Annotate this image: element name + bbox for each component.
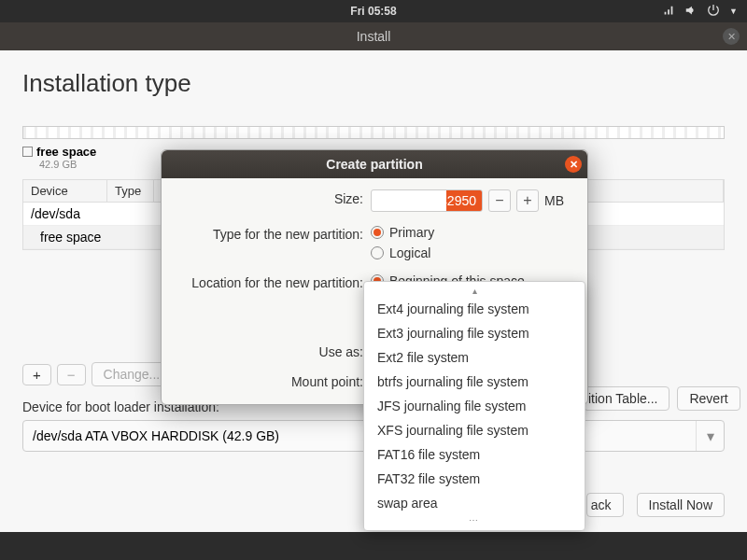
add-partition-button[interactable]: +: [22, 364, 51, 385]
menu-item[interactable]: XFS journaling file system: [364, 418, 585, 442]
radio-label: Primary: [389, 225, 434, 240]
menu-item[interactable]: Ext4 journaling file system: [364, 297, 585, 321]
cell-device: free space: [40, 230, 101, 245]
menu-item[interactable]: btrfs journaling file system: [364, 370, 585, 394]
location-label: Location for the new partition:: [176, 273, 363, 290]
useas-label: Use as:: [176, 303, 363, 359]
gnome-topbar: Fri 05:58 ▼: [0, 0, 747, 22]
menu-item[interactable]: FAT32 file system: [364, 467, 585, 491]
radio-label: Logical: [389, 245, 430, 260]
chevron-down-icon[interactable]: ▼: [729, 7, 738, 16]
size-unit: MB: [544, 193, 564, 208]
menu-item[interactable]: Ext2 file system: [364, 345, 585, 370]
dialog-title: Create partition: [326, 157, 422, 172]
wizard-nav: ack Install Now: [586, 493, 725, 517]
window-title: Install: [357, 29, 391, 44]
remove-partition-button: −: [57, 364, 86, 385]
size-decrement[interactable]: −: [488, 189, 511, 212]
network-icon[interactable]: [662, 4, 675, 20]
install-now-button[interactable]: Install Now: [637, 493, 725, 517]
type-radio-group: Primary Logical: [371, 225, 572, 260]
menu-item[interactable]: Ext3 journaling file system: [364, 321, 585, 345]
clock: Fri 05:58: [350, 5, 396, 18]
create-partition-dialog: Create partition ✕ Size: − + MB Type for…: [161, 149, 588, 405]
menu-item[interactable]: swap area: [364, 491, 585, 515]
window-close-button[interactable]: ✕: [723, 28, 740, 45]
radio-logical[interactable]: Logical: [371, 245, 572, 260]
col-device[interactable]: Device: [23, 180, 107, 202]
new-partition-table-button[interactable]: ition Table...: [584, 386, 669, 411]
scroll-down-icon[interactable]: ⋯: [364, 515, 585, 526]
system-tray[interactable]: ▼: [662, 4, 738, 20]
size-spinner: − + MB: [371, 189, 572, 212]
col-type[interactable]: Type: [107, 180, 154, 202]
page-heading: Installation type: [22, 69, 725, 98]
useas-dropdown-menu: ▴ Ext4 journaling file system Ext3 journ…: [363, 281, 585, 531]
power-icon[interactable]: [707, 4, 720, 20]
dialog-titlebar: Create partition ✕: [162, 150, 587, 178]
revert-button[interactable]: Revert: [677, 386, 740, 411]
partition-ruler: [22, 126, 725, 139]
menu-item[interactable]: FAT16 file system: [364, 442, 585, 467]
cell-device: /dev/sda: [31, 206, 80, 221]
back-button[interactable]: ack: [586, 493, 624, 517]
radio-primary[interactable]: Primary: [371, 225, 572, 240]
type-label: Type for the new partition:: [176, 225, 363, 242]
bootloader-value: /dev/sda ATA VBOX HARDDISK (42.9 GB): [23, 421, 696, 451]
size-increment[interactable]: +: [516, 189, 539, 212]
window-titlebar: Install ✕: [0, 22, 747, 50]
menu-item[interactable]: JFS journaling file system: [364, 394, 585, 418]
legend-swatch: [22, 147, 33, 157]
dialog-close-button[interactable]: ✕: [565, 156, 582, 173]
legend-label: free space: [36, 145, 96, 159]
volume-icon[interactable]: [684, 4, 698, 20]
size-input[interactable]: [371, 189, 483, 212]
dock-placeholder: [0, 532, 747, 560]
size-label: Size:: [176, 189, 363, 206]
chevron-down-icon[interactable]: ▾: [696, 421, 724, 451]
scroll-up-icon[interactable]: ▴: [364, 286, 585, 297]
mount-label: Mount point:: [176, 372, 363, 389]
